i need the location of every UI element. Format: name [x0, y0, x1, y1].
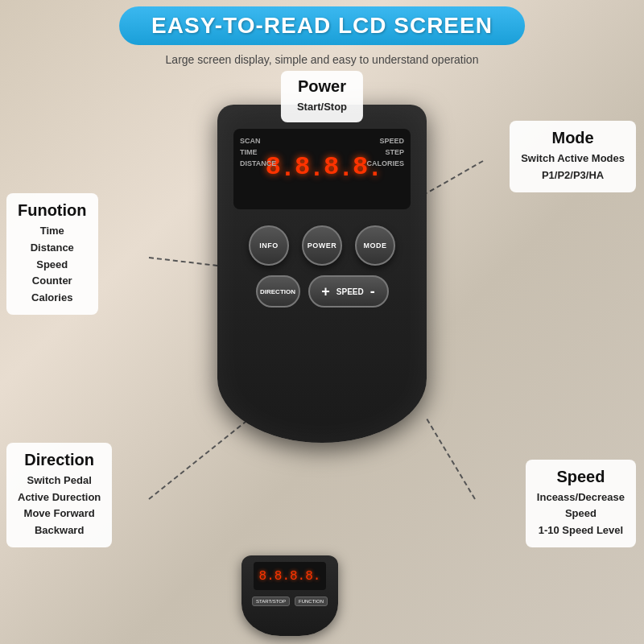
speed-title: Speed: [537, 468, 625, 486]
banner-title: EASY-TO-READ LCD SCREEN: [151, 13, 493, 39]
seven-segment-display: 8 . 8 . 8 . 8 .: [266, 152, 378, 184]
speed-line1: Inceass/Decrease: [537, 489, 625, 506]
direction-line1: Switch Pedal: [18, 473, 101, 489]
seg-digit-2: 8: [295, 152, 310, 184]
seg-dot-3: .: [342, 152, 349, 182]
seg-dot-1: .: [284, 152, 291, 182]
label-time: TIME: [240, 148, 276, 156]
speed-box: Speed Inceass/Decrease Speed 1-10 Speed …: [526, 460, 636, 547]
function-item: Speed: [18, 257, 87, 274]
power-box: Power Start/Stop: [281, 71, 363, 122]
mode-button-label: MODE: [364, 242, 387, 250]
speed-control[interactable]: + SPEED -: [308, 275, 389, 308]
power-description: Start/Stop: [297, 99, 347, 116]
direction-line3: Move Forward: [18, 506, 101, 522]
small-buttons: START/STOP FUNCTION: [252, 597, 328, 606]
label-scan: SCAN: [240, 137, 276, 145]
banner-subtitle: Large screen display, simple and easy to…: [166, 53, 479, 66]
direction-button[interactable]: DIRECTION: [256, 275, 300, 308]
device-panel: SCAN TIME DISTANCE 8 . 8 . 8 . 8 . SPEED…: [217, 105, 427, 443]
mode-title: Mode: [521, 129, 625, 147]
small-seg-display: 8.8.8.8.: [259, 569, 321, 584]
direction-line2: Active Durection: [18, 489, 101, 506]
label-step: STEP: [366, 148, 404, 156]
function-item: Time: [18, 223, 87, 240]
power-button[interactable]: POWER: [302, 225, 342, 266]
label-calories: CALORIES: [366, 159, 404, 167]
power-button-label: POWER: [308, 242, 337, 250]
seg-dot-2: .: [313, 152, 320, 182]
direction-speed-row: DIRECTION + SPEED -: [256, 275, 389, 308]
seg-digit-4: 8: [353, 152, 368, 184]
small-start-stop[interactable]: START/STOP: [252, 597, 290, 606]
speed-line3: 1-10 Speed Level: [537, 522, 625, 539]
lcd-left-labels: SCAN TIME DISTANCE: [240, 137, 276, 167]
function-title: Funotion: [18, 201, 87, 220]
info-button[interactable]: INFO: [249, 225, 289, 266]
top-banner: EASY-TO-READ LCD SCREEN: [119, 6, 525, 45]
speed-plus-icon[interactable]: +: [321, 283, 330, 300]
direction-box: Direction Switch Pedal Active Durection …: [6, 443, 112, 547]
small-device: 8.8.8.8. START/STOP FUNCTION: [242, 555, 338, 636]
small-function[interactable]: FUNCTION: [295, 597, 328, 606]
function-box: Funotion TimeDistanceSpeedCounterCalorie…: [6, 193, 98, 315]
mode-line1: Switch Active Modes: [521, 151, 625, 167]
label-distance: DISTANCE: [240, 159, 276, 167]
control-buttons-row: INFO POWER MODE: [249, 225, 395, 266]
speed-line2: Speed: [537, 506, 625, 522]
function-item: Calories: [18, 290, 87, 307]
direction-button-label: DIRECTION: [260, 288, 295, 295]
function-item: Distance: [18, 240, 87, 257]
lcd-right-labels: SPEED STEP CALORIES: [366, 137, 404, 167]
mode-line2: P1/P2/P3/HA: [521, 167, 625, 184]
mode-box: Mode Switch Active Modes P1/P2/P3/HA: [510, 121, 636, 192]
speed-minus-icon[interactable]: -: [370, 283, 375, 300]
speed-button-label: SPEED: [336, 287, 364, 296]
direction-line4: Backward: [18, 522, 101, 539]
small-lcd: 8.8.8.8.: [254, 562, 326, 590]
direction-title: Direction: [18, 451, 101, 469]
label-speed: SPEED: [366, 137, 404, 145]
lcd-display: SCAN TIME DISTANCE 8 . 8 . 8 . 8 . SPEED…: [233, 129, 411, 209]
seg-digit-3: 8: [324, 152, 339, 184]
mode-button[interactable]: MODE: [355, 225, 395, 266]
power-title: Power: [297, 77, 347, 96]
function-item: Counter: [18, 273, 87, 290]
info-button-label: INFO: [259, 242, 279, 250]
